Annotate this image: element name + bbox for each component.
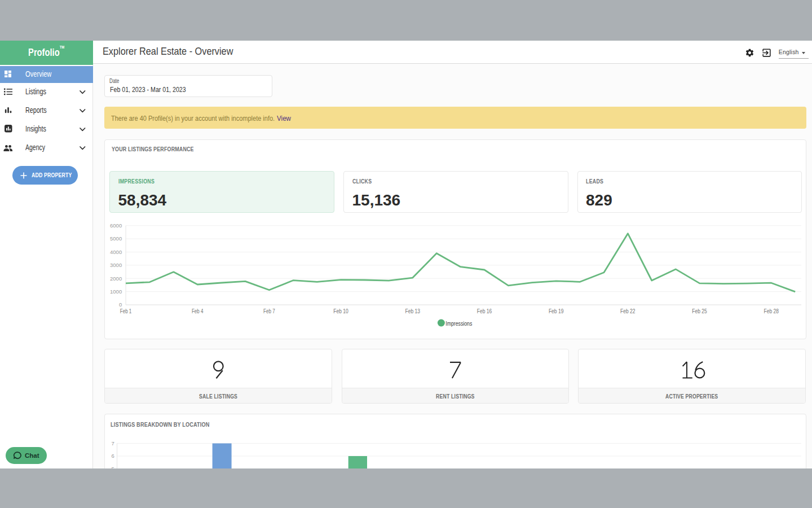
svg-text:Feb 1: Feb 1: [120, 308, 132, 314]
svg-text:Impressions: Impressions: [445, 320, 472, 327]
svg-text:2000: 2000: [110, 275, 122, 281]
svg-text:5: 5: [111, 466, 114, 468]
svg-text:Feb 7: Feb 7: [263, 308, 275, 314]
svg-text:Feb 13: Feb 13: [405, 308, 421, 314]
svg-text:0: 0: [119, 301, 122, 308]
svg-text:Feb 19: Feb 19: [549, 308, 564, 314]
svg-text:6: 6: [111, 453, 114, 459]
svg-text:Feb 16: Feb 16: [477, 308, 492, 314]
svg-text:5000: 5000: [110, 235, 122, 242]
svg-text:4000: 4000: [110, 249, 122, 255]
svg-text:1000: 1000: [110, 288, 122, 295]
svg-text:7: 7: [111, 440, 114, 446]
svg-text:Feb 10: Feb 10: [333, 308, 348, 314]
svg-text:Feb 4: Feb 4: [192, 308, 204, 314]
svg-text:3000: 3000: [110, 262, 122, 268]
svg-text:Feb 25: Feb 25: [692, 308, 707, 314]
svg-text:6000: 6000: [110, 222, 122, 229]
svg-text:Feb 28: Feb 28: [764, 308, 779, 314]
svg-text:Feb 22: Feb 22: [620, 308, 636, 314]
